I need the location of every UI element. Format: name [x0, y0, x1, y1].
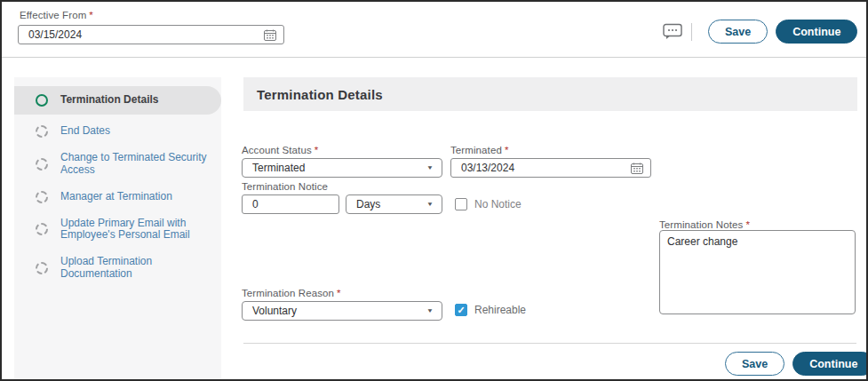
- chevron-down-icon: ▼: [426, 307, 434, 314]
- terminated-label: Terminated*: [450, 145, 508, 155]
- effective-from-label: Effective From*: [20, 10, 93, 20]
- step-manager-at-termination[interactable]: Manager at Termination: [14, 184, 221, 210]
- effective-from-input[interactable]: [28, 28, 264, 41]
- notice-unit-select[interactable]: Days ▼: [346, 194, 442, 214]
- continue-button[interactable]: Continue: [792, 352, 868, 376]
- account-status-select[interactable]: Terminated ▼: [242, 158, 442, 178]
- footer-actions: Save Continue: [725, 352, 868, 376]
- termination-reason-select[interactable]: Voluntary ▼: [242, 301, 442, 321]
- save-button[interactable]: Save: [708, 20, 768, 44]
- footer-divider: [243, 343, 856, 344]
- effective-from-field: [18, 25, 284, 44]
- divider: [691, 23, 692, 41]
- page-title: Termination Details: [257, 87, 383, 102]
- chevron-down-icon: ▼: [426, 201, 434, 207]
- step-upload-termination-documentation[interactable]: Upload Termination Documentation: [14, 249, 221, 288]
- required-marker: *: [337, 288, 341, 298]
- termination-notice-label: Termination Notice: [242, 181, 328, 192]
- top-divider: [2, 57, 868, 58]
- calendar-icon[interactable]: [631, 163, 643, 174]
- required-marker: *: [315, 145, 319, 155]
- continue-button[interactable]: Continue: [776, 20, 857, 44]
- step-update-primary-email[interactable]: Update Primary Email with Employee's Per…: [14, 210, 221, 250]
- step-pending-circle-icon: [36, 158, 48, 171]
- required-marker: *: [505, 145, 509, 155]
- required-marker: *: [745, 219, 750, 230]
- termination-notice-field: [242, 194, 339, 214]
- checkbox-checked-icon: ✓: [455, 304, 467, 316]
- step-active-circle-icon: [36, 94, 48, 107]
- step-termination-details[interactable]: Termination Details: [14, 86, 221, 115]
- chevron-down-icon: ▼: [426, 164, 434, 171]
- section-header: Termination Details: [243, 77, 857, 111]
- page: Effective From* Save C: [0, 0, 868, 381]
- step-pending-circle-icon: [36, 223, 48, 235]
- comment-icon[interactable]: [663, 23, 682, 40]
- termination-notice-input[interactable]: [252, 198, 331, 210]
- no-notice-checkbox[interactable]: No Notice: [455, 198, 522, 210]
- step-pending-circle-icon: [36, 125, 48, 138]
- step-pending-circle-icon: [36, 191, 48, 203]
- top-actions: Save Continue: [663, 20, 857, 44]
- required-marker: *: [89, 10, 93, 20]
- step-change-terminated-security-access[interactable]: Change to Terminated Security Access: [14, 145, 221, 184]
- termination-notes-label: Termination Notes*: [659, 219, 750, 230]
- termination-notes-textarea[interactable]: Career change: [659, 230, 856, 314]
- terminated-date-input[interactable]: [461, 162, 631, 174]
- step-pending-circle-icon: [36, 262, 48, 274]
- checkbox-unchecked-icon: [455, 198, 467, 210]
- save-button[interactable]: Save: [725, 352, 784, 376]
- calendar-icon[interactable]: [264, 29, 276, 41]
- account-status-label: Account Status*: [242, 145, 318, 155]
- termination-reason-label: Termination Reason*: [242, 288, 341, 298]
- terminated-date-field: [450, 158, 651, 178]
- rehireable-checkbox[interactable]: ✓ Rehireable: [455, 304, 526, 316]
- step-end-dates[interactable]: End Dates: [14, 118, 221, 145]
- stepper-sidebar: Termination Details End Dates Change to …: [14, 77, 221, 381]
